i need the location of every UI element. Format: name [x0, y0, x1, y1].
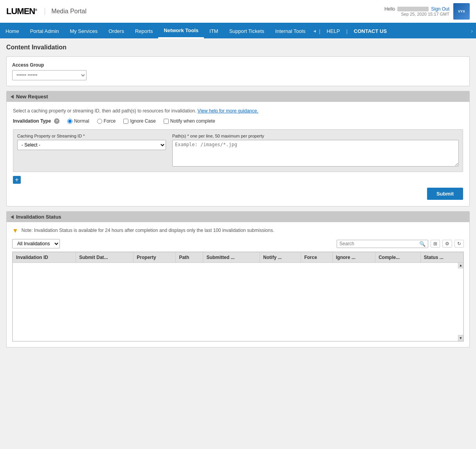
col-path: Path [176, 252, 203, 263]
nav-separator: | [318, 28, 321, 34]
invalidation-type-label: Invalidation Type [13, 118, 51, 124]
submit-button[interactable]: Submit [427, 188, 463, 200]
status-note: ▼ Note: Invalidation Status is available… [12, 228, 464, 234]
filter-select[interactable]: All Invalidations [12, 239, 60, 248]
header-right: Hello Sign Out Sep 25, 2020 15:17 GMT VY… [384, 3, 470, 20]
col-notify: Notify ... [260, 252, 301, 263]
scrollbar-down[interactable]: ▼ [458, 335, 463, 341]
nav-item-internal-tools[interactable]: Internal Tools [270, 24, 311, 38]
checkbox-notify[interactable]: Notify when complete [164, 118, 215, 124]
info-icon[interactable]: ? [54, 118, 60, 124]
col-submit-date: Submit Dat... [76, 252, 133, 263]
access-group-select[interactable]: •••••• •••••• [12, 70, 87, 80]
property-paths-container: Caching Property or Streaming ID * - Sel… [13, 129, 463, 172]
property-col-label: Caching Property or Streaming ID * [17, 134, 166, 138]
empty-table-row [13, 263, 463, 341]
user-name-blur [397, 7, 429, 11]
new-request-section: New Request Select a caching property or… [6, 91, 470, 206]
nav-item-contact-us[interactable]: CONTACT US [348, 24, 392, 38]
nav-item-orders[interactable]: Orders [103, 24, 130, 38]
status-controls: All Invalidations 🔍 ⊞ ⚙ ↻ [12, 239, 464, 248]
nav-bar: Home Portal Admin My Services Orders Rep… [0, 24, 476, 38]
nav-item-home[interactable]: Home [0, 24, 25, 38]
search-box: 🔍 [337, 240, 428, 248]
app-title: Media Portal [45, 8, 87, 15]
search-and-actions: 🔍 ⊞ ⚙ ↻ [337, 240, 464, 248]
invalidation-status-body: ▼ Note: Invalidation Status is available… [7, 222, 469, 347]
checkbox-ignore-case-input[interactable] [123, 119, 128, 124]
nav-separator-2: | [345, 28, 348, 34]
page-container: Content Invalidation Access Group ••••••… [0, 38, 476, 391]
search-icon: 🔍 [419, 241, 426, 247]
status-note-text: Note: Invalidation Status is available f… [22, 228, 274, 233]
instruction-text: Select a caching property or streaming I… [13, 108, 463, 114]
radio-force-input[interactable] [97, 119, 102, 124]
access-group-label: Access Group [12, 62, 464, 68]
refresh-button[interactable]: ↻ [454, 240, 464, 248]
view-help-link[interactable]: View help for more guidance. [198, 108, 258, 114]
sign-out-link[interactable]: Sign Out [431, 6, 449, 12]
nav-item-reports[interactable]: Reports [130, 24, 159, 38]
logo: LUMEN® [6, 6, 37, 16]
paths-textarea[interactable] [172, 140, 459, 167]
scrollbar-up[interactable]: ▲ [458, 262, 463, 268]
new-request-body: Select a caching property or streaming I… [7, 102, 469, 206]
invalidation-status-header: Invalidation Status [7, 212, 469, 222]
columns-button[interactable]: ⊞ [431, 240, 440, 248]
settings-button[interactable]: ⚙ [442, 240, 452, 248]
invalidation-status-title: Invalidation Status [16, 214, 61, 220]
checkbox-ignore-case[interactable]: Ignore Case [123, 118, 155, 124]
col-invalidation-id: Invalidation ID [13, 252, 76, 263]
new-request-header: New Request [7, 91, 469, 102]
invalidation-type-row: Invalidation Type ? Normal Force Ignore … [13, 118, 463, 124]
header-left: LUMEN® Media Portal [6, 6, 87, 16]
page-title: Content Invalidation [6, 44, 470, 51]
table-container: Invalidation ID Submit Dat... Property P… [12, 252, 464, 342]
invalidation-status-collapse-icon[interactable] [11, 215, 14, 219]
search-input[interactable] [339, 241, 418, 246]
col-submitted: Submitted ... [203, 252, 260, 263]
nav-arrow-right: › [468, 28, 476, 34]
radio-normal-input[interactable] [67, 119, 72, 124]
filter-group: All Invalidations [12, 239, 60, 248]
col-property: Property [133, 252, 176, 263]
paths-col: Path(s) * one per line, 50 maximum per p… [172, 134, 459, 168]
invalidation-table: Invalidation ID Submit Dat... Property P… [13, 252, 463, 341]
nav-item-itm[interactable]: ITM [204, 24, 224, 38]
nav-item-network-tools[interactable]: Network Tools [158, 24, 204, 38]
vyx-logo: VYX [453, 3, 470, 20]
nav-item-portal-admin[interactable]: Portal Admin [25, 24, 65, 38]
header: LUMEN® Media Portal Hello Sign Out Sep 2… [0, 0, 476, 24]
nav-item-support-tickets[interactable]: Support Tickets [224, 24, 270, 38]
radio-normal[interactable]: Normal [67, 118, 89, 124]
checkbox-notify-input[interactable] [164, 119, 169, 124]
radio-force[interactable]: Force [97, 118, 116, 124]
col-complete: Comple... [375, 252, 421, 263]
invalidation-type-group: Invalidation Type ? [13, 118, 60, 124]
new-request-collapse-icon[interactable] [11, 95, 14, 99]
col-ignore: Ignore ... [333, 252, 375, 263]
header-date: Sep 25, 2020 15:17 GMT [384, 12, 449, 16]
user-greeting: Hello Sign Out [384, 6, 449, 12]
add-row-button[interactable]: + [13, 176, 21, 184]
nav-item-help[interactable]: HELP [321, 24, 345, 38]
col-status: Status ... [420, 252, 463, 263]
filter-funnel-icon: ▼ [12, 227, 18, 234]
new-request-title: New Request [16, 94, 48, 100]
invalidation-status-section: Invalidation Status ▼ Note: Invalidation… [6, 211, 470, 348]
access-group-section: Access Group •••••• •••••• [6, 56, 470, 86]
paths-col-label: Path(s) * one per line, 50 maximum per p… [172, 134, 459, 138]
property-col: Caching Property or Streaming ID * - Sel… [17, 134, 166, 168]
submit-row: Submit [13, 188, 463, 200]
col-force: Force [301, 252, 333, 263]
nav-collapse-icon: ◄ [311, 29, 318, 33]
property-select[interactable]: - Select - [17, 140, 166, 150]
nav-item-my-services[interactable]: My Services [64, 24, 103, 38]
